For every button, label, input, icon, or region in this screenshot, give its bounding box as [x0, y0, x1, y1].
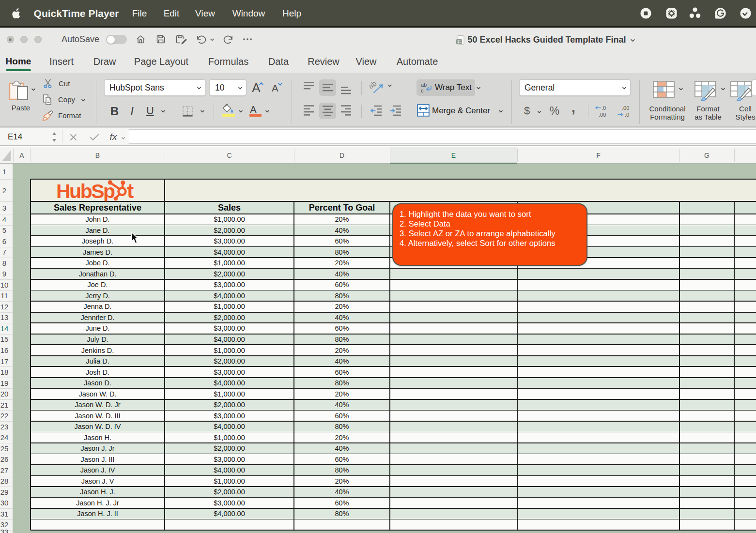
svg-text:ab: ab: [370, 80, 378, 91]
svg-text:t: t: [127, 179, 134, 201]
svg-text:HubSp: HubSp: [56, 180, 115, 201]
svg-text:ab: ab: [421, 82, 427, 88]
svg-text:c: c: [421, 88, 424, 93]
